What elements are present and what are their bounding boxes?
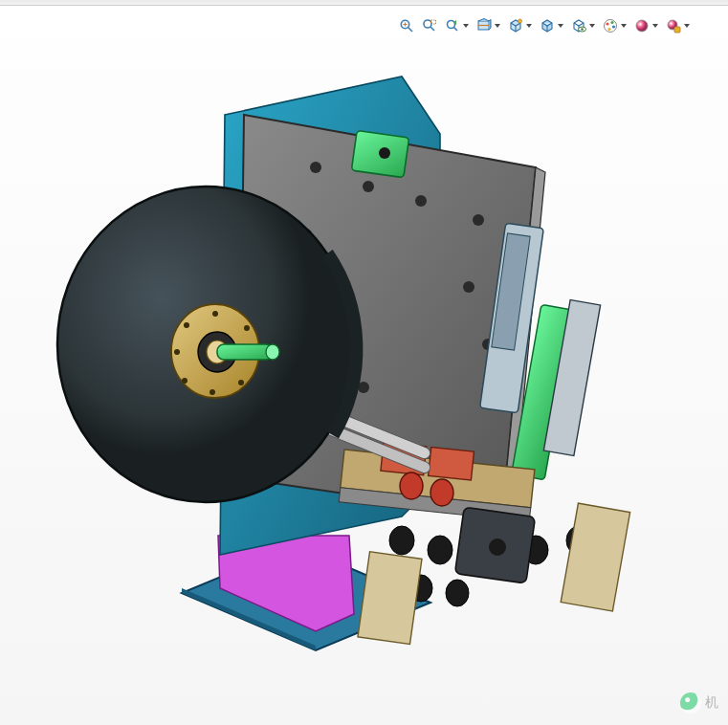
svg-point-58 (244, 325, 250, 331)
svg-point-66 (207, 341, 228, 363)
apply-scene-icon (633, 17, 651, 34)
display-style-icon (539, 17, 556, 34)
svg-point-9 (518, 19, 522, 23)
display-style-button[interactable] (536, 14, 559, 37)
svg-rect-31 (480, 223, 544, 413)
svg-rect-51 (286, 392, 432, 460)
svg-point-60 (238, 380, 244, 385)
view-settings-icon (665, 17, 682, 34)
view-orientation-icon (507, 17, 524, 34)
svg-point-25 (473, 214, 484, 226)
svg-point-41 (389, 526, 414, 555)
chevron-down-icon (463, 24, 469, 28)
svg-point-57 (212, 311, 218, 317)
chevron-down-icon (558, 24, 563, 28)
svg-point-55 (57, 187, 354, 502)
svg-point-61 (210, 389, 215, 395)
svg-point-5 (448, 21, 455, 29)
svg-point-39 (400, 472, 423, 499)
svg-line-3 (430, 27, 434, 31)
svg-rect-47 (454, 507, 535, 583)
svg-point-11 (581, 28, 584, 31)
svg-point-65 (198, 332, 236, 372)
watermark: 机 (680, 692, 718, 714)
svg-rect-33 (512, 304, 575, 479)
svg-rect-53 (70, 325, 169, 386)
assembly-model (29, 57, 698, 670)
svg-rect-34 (543, 299, 600, 455)
svg-rect-19 (674, 27, 680, 33)
zoom-fit-icon (398, 17, 415, 34)
view-orientation-button[interactable] (504, 14, 527, 37)
zoom-to-fit-button[interactable] (395, 14, 418, 37)
svg-point-62 (182, 378, 188, 384)
svg-line-6 (454, 28, 458, 32)
window-top-border (0, 0, 728, 6)
svg-rect-49 (561, 503, 629, 611)
chevron-down-icon (495, 24, 500, 28)
section-view-button[interactable] (473, 14, 496, 37)
wechat-logo-icon (680, 692, 701, 714)
svg-point-29 (358, 382, 369, 393)
svg-point-16 (607, 28, 610, 31)
svg-rect-20 (351, 130, 408, 177)
zoom-area-icon (421, 17, 438, 34)
svg-point-17 (636, 20, 648, 32)
svg-point-40 (430, 479, 453, 506)
svg-point-45 (409, 575, 432, 602)
chevron-down-icon (652, 24, 658, 28)
svg-point-23 (363, 181, 374, 192)
svg-point-56 (171, 304, 259, 398)
svg-point-28 (482, 339, 494, 350)
svg-point-24 (415, 195, 427, 207)
graphics-viewport[interactable]: 机 (0, 38, 728, 725)
hide-show-icon (570, 17, 587, 34)
watermark-text: 机 (705, 694, 718, 712)
chevron-down-icon (684, 24, 690, 28)
view-settings-button[interactable] (662, 14, 685, 37)
svg-rect-50 (358, 552, 422, 645)
svg-rect-38 (339, 488, 530, 522)
svg-point-43 (523, 536, 548, 564)
heads-up-view-toolbar (395, 13, 694, 38)
svg-point-44 (566, 526, 591, 555)
chevron-down-icon (621, 24, 627, 28)
svg-rect-67 (217, 344, 273, 360)
svg-point-26 (300, 229, 312, 240)
chevron-down-icon (526, 24, 532, 28)
previous-view-icon (444, 17, 461, 34)
svg-point-68 (266, 344, 279, 360)
svg-point-48 (489, 538, 506, 556)
svg-rect-52 (286, 406, 432, 474)
svg-rect-37 (429, 447, 474, 480)
svg-point-64 (184, 322, 189, 328)
svg-point-13 (606, 22, 608, 25)
previous-view-button[interactable] (441, 14, 464, 37)
svg-point-63 (174, 349, 180, 355)
apply-scene-button[interactable] (630, 14, 653, 37)
zoom-to-area-button[interactable] (418, 14, 441, 37)
svg-point-46 (446, 580, 469, 606)
svg-point-27 (463, 281, 474, 293)
svg-point-15 (612, 25, 615, 28)
chevron-down-icon (589, 24, 595, 28)
svg-point-42 (428, 536, 452, 564)
hide-show-items-button[interactable] (567, 14, 590, 37)
svg-rect-35 (341, 450, 535, 508)
svg-point-22 (310, 162, 321, 173)
svg-line-1 (408, 28, 412, 32)
svg-rect-36 (381, 442, 427, 475)
svg-point-59 (251, 353, 256, 359)
svg-point-30 (310, 429, 321, 441)
svg-point-14 (610, 21, 613, 24)
edit-appearance-icon (602, 17, 619, 34)
svg-point-21 (379, 147, 390, 159)
edit-appearance-button[interactable] (599, 14, 622, 37)
section-view-icon (475, 17, 493, 34)
svg-point-2 (424, 20, 431, 28)
svg-point-54 (66, 370, 83, 387)
svg-rect-32 (492, 233, 530, 350)
